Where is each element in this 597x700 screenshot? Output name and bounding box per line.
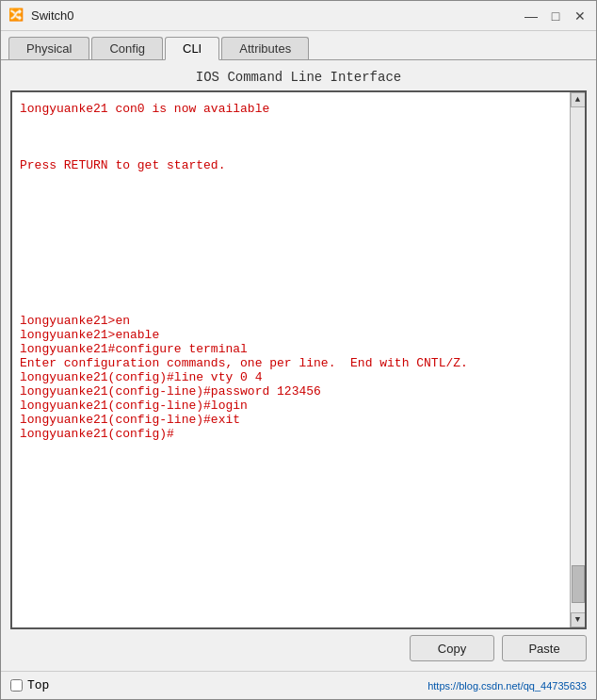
top-checkbox[interactable] [10,679,23,692]
top-label: Top [27,678,49,692]
terminal-area[interactable] [12,92,570,627]
terminal-wrapper: ▲ ▼ [10,90,587,629]
tab-bar: Physical Config CLI Attributes [1,31,596,60]
tab-physical[interactable]: Physical [8,37,89,59]
tab-config[interactable]: Config [91,37,163,59]
top-checkbox-area: Top [10,678,49,692]
title-bar-controls: — □ ✕ [523,8,589,24]
tab-cli[interactable]: CLI [165,37,219,60]
terminal-scrollbar: ▲ ▼ [570,92,585,627]
scroll-down-arrow[interactable]: ▼ [571,612,586,627]
maximize-button[interactable]: □ [547,8,564,24]
title-bar: 🔀 Switch0 — □ ✕ [1,1,596,31]
copy-button[interactable]: Copy [410,635,494,661]
button-row: Copy Paste [10,629,587,665]
app-icon: 🔀 [8,8,25,24]
window-title: Switch0 [31,8,74,23]
scroll-up-arrow[interactable]: ▲ [571,92,586,107]
cli-title: IOS Command Line Interface [10,66,587,90]
close-button[interactable]: ✕ [572,8,589,24]
minimize-button[interactable]: — [523,8,540,24]
paste-button[interactable]: Paste [502,635,587,661]
footer-bar: Top https://blog.csdn.net/qq_44735633 [1,671,596,699]
tab-attributes[interactable]: Attributes [221,37,309,59]
scroll-thumb[interactable] [572,565,585,603]
main-content: IOS Command Line Interface ▲ ▼ Copy Past… [1,60,596,671]
footer-link: https://blog.csdn.net/qq_44735633 [428,680,587,692]
title-bar-left: 🔀 Switch0 [8,8,74,24]
scroll-track[interactable] [571,107,585,612]
main-window: 🔀 Switch0 — □ ✕ Physical Config CLI Attr… [0,0,597,700]
